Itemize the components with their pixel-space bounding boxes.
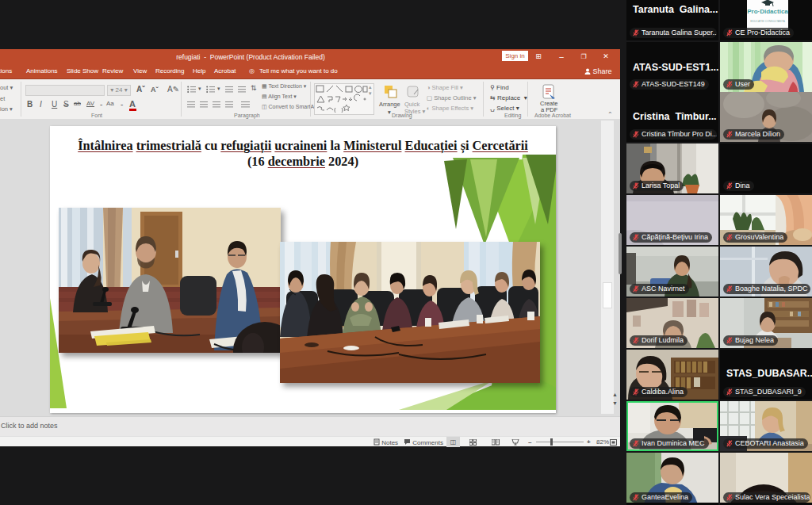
svg-text:EDUCATIE CONSULTANTA: EDUCATIE CONSULTANTA [750, 20, 785, 23]
svg-text:Pro·Didactica: Pro·Didactica [747, 8, 788, 15]
